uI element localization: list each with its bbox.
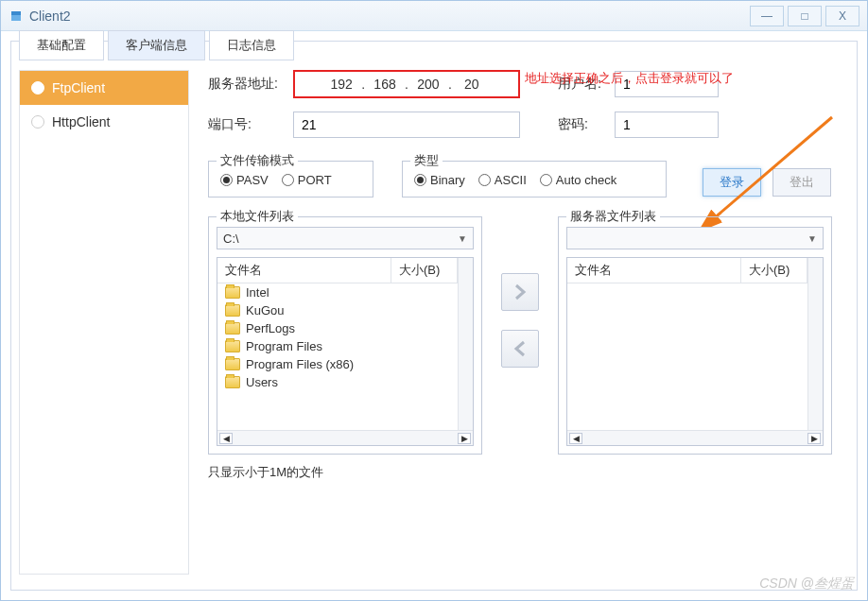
chevron-down-icon: ▼ (458, 233, 467, 244)
password-input[interactable] (615, 112, 719, 138)
watermark: CSDN @叁煋蛋 (759, 575, 854, 592)
list-item[interactable]: Program Files (217, 337, 458, 355)
chevron-left-icon (511, 339, 529, 358)
radio-binary[interactable]: Binary (414, 173, 465, 187)
tabs: 基础配置 客户端信息 日志信息 (19, 30, 849, 60)
login-button[interactable]: 登录 (703, 168, 761, 197)
tab-client-info[interactable]: 客户端信息 (108, 30, 205, 60)
list-item[interactable]: Users (217, 373, 458, 391)
local-file-list: 文件名 大小(B) IntelKuGouPerfLogsProgram File… (217, 257, 474, 446)
folder-icon (225, 358, 240, 370)
vertical-scrollbar[interactable] (807, 258, 823, 430)
list-item[interactable]: Intel (217, 283, 458, 301)
port-input[interactable] (293, 112, 520, 138)
server-address-label: 服务器地址: (208, 76, 293, 93)
footer-note: 只显示小于1M的文件 (208, 464, 849, 481)
logout-button[interactable]: 登出 (773, 168, 831, 197)
folder-icon (225, 286, 240, 299)
scroll-left-icon[interactable]: ◀ (219, 433, 233, 444)
radio-icon (540, 174, 552, 186)
col-filename[interactable]: 文件名 (567, 258, 741, 283)
list-item[interactable]: KuGou (217, 301, 458, 319)
server-file-list: 文件名 大小(B) ◀ ▶ (566, 257, 824, 446)
folder-icon (225, 304, 240, 317)
app-window: Client2 — □ X 基础配置 客户端信息 日志信息 FtpClient (0, 0, 868, 601)
local-panel-title: 本地文件列表 (217, 208, 298, 225)
close-button[interactable]: X (825, 6, 859, 26)
radio-icon (478, 174, 491, 186)
list-item[interactable]: PerfLogs (217, 319, 458, 337)
local-file-panel: 本地文件列表 C:\ ▼ 文件名 大小(B) (208, 216, 482, 455)
type-fieldset: 类型 Binary ASCII Auto check (402, 161, 667, 197)
main-panel: 基础配置 客户端信息 日志信息 FtpClient HttpClient (10, 41, 858, 591)
radio-pasv[interactable]: PASV (220, 173, 269, 187)
minimize-button[interactable]: — (750, 6, 784, 26)
window-title: Client2 (29, 9, 746, 24)
col-filename[interactable]: 文件名 (217, 258, 391, 283)
upload-button[interactable] (501, 273, 539, 311)
sidebar-item-httpclient[interactable]: HttpClient (20, 105, 188, 139)
server-file-panel: 服务器文件列表 ▼ 文件名 大小(B) (558, 216, 832, 455)
maximize-button[interactable]: □ (788, 6, 822, 26)
scroll-right-icon[interactable]: ▶ (458, 433, 471, 444)
sidebar: FtpClient HttpClient (19, 70, 189, 575)
main-content: 地址选择正确之后，点击登录就可以了 服务器地址: 192. 168. 200. … (189, 70, 849, 575)
titlebar[interactable]: Client2 — □ X (1, 1, 867, 31)
horizontal-scrollbar[interactable]: ◀ ▶ (217, 430, 473, 445)
sidebar-item-label: FtpClient (52, 80, 105, 95)
server-path-combo[interactable]: ▼ (566, 227, 824, 249)
radio-icon (414, 174, 426, 186)
radio-icon (220, 174, 233, 186)
password-label: 密码: (558, 116, 615, 133)
annotation-text: 地址选择正确之后，点击登录就可以了 (525, 70, 734, 87)
scroll-left-icon[interactable]: ◀ (569, 433, 582, 444)
chevron-down-icon: ▼ (807, 233, 817, 244)
radio-icon (31, 115, 44, 129)
server-address-input[interactable]: 192. 168. 200. 20 (293, 70, 520, 98)
tab-log-info[interactable]: 日志信息 (209, 30, 294, 60)
type-title: 类型 (410, 152, 443, 169)
radio-ascii[interactable]: ASCII (478, 173, 527, 187)
sidebar-item-label: HttpClient (52, 114, 110, 129)
col-size[interactable]: 大小(B) (391, 258, 458, 283)
radio-autocheck[interactable]: Auto check (540, 173, 616, 187)
radio-port[interactable]: PORT (282, 173, 332, 187)
radio-icon (282, 174, 294, 186)
port-label: 端口号: (208, 116, 293, 133)
scroll-right-icon[interactable]: ▶ (807, 433, 821, 444)
transfer-mode-fieldset: 文件传输模式 PASV PORT (208, 161, 373, 197)
col-size[interactable]: 大小(B) (741, 258, 807, 283)
folder-icon (225, 376, 240, 388)
vertical-scrollbar[interactable] (458, 258, 473, 430)
folder-icon (225, 322, 240, 335)
radio-icon (31, 81, 44, 94)
chevron-right-icon (511, 283, 529, 301)
transfer-mode-title: 文件传输模式 (217, 152, 298, 169)
app-icon (9, 9, 24, 24)
download-button[interactable] (501, 330, 539, 368)
sidebar-item-ftpclient[interactable]: FtpClient (20, 71, 188, 105)
horizontal-scrollbar[interactable]: ◀ ▶ (567, 430, 823, 445)
tab-basic-config[interactable]: 基础配置 (19, 30, 104, 60)
server-panel-title: 服务器文件列表 (566, 208, 660, 225)
list-item[interactable]: Program Files (x86) (217, 355, 458, 373)
local-drive-combo[interactable]: C:\ ▼ (217, 227, 474, 249)
folder-icon (225, 340, 240, 352)
